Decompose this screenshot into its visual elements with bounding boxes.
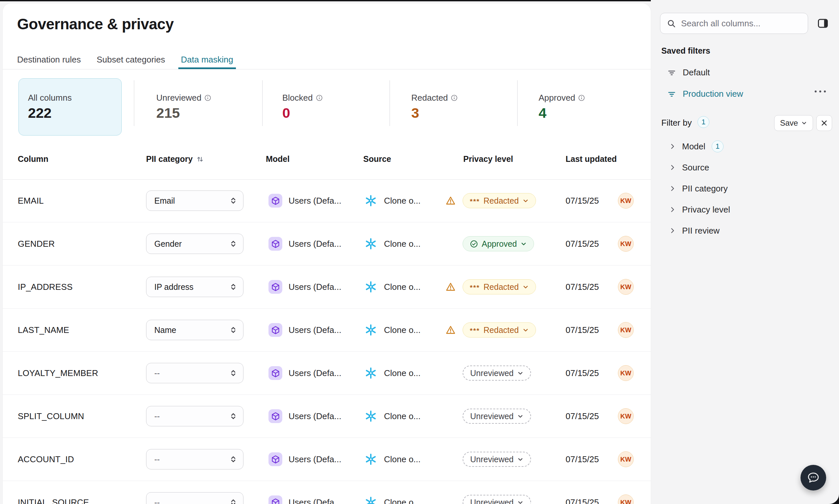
filter-group-pii-category[interactable]: PII category (669, 181, 728, 196)
snowflake-icon (364, 194, 377, 207)
filter-group-source[interactable]: Source (669, 160, 709, 175)
snowflake-icon (364, 410, 377, 422)
search-input[interactable] (680, 18, 801, 29)
table-body: EMAIL Email Users (Defa... Clone o... **… (3, 179, 651, 504)
model-cell: Users (Defa... (268, 280, 341, 294)
chat-support-button[interactable] (801, 465, 826, 490)
source-cell: Clone o... (364, 324, 421, 336)
search-box[interactable] (660, 13, 808, 34)
source-cell: Clone o... (364, 194, 421, 207)
model-cell: Users (Defa... (268, 237, 341, 251)
column-name: SPLIT_COLUMN (18, 411, 84, 421)
search-icon (667, 19, 676, 28)
avatar: KW (618, 408, 634, 424)
stat-value: 3 (411, 105, 419, 121)
privacy-level-pill[interactable]: ***Redacted (463, 279, 536, 294)
chevron-down-icon (801, 120, 807, 126)
select-updown-icon (229, 499, 237, 504)
table-row: LOYALTY_MEMBER -- Users (Defa... Clone o… (3, 352, 651, 395)
sort-icon[interactable] (196, 155, 204, 163)
stat-label: All columns (28, 93, 72, 103)
column-header-pii-category[interactable]: PII category (146, 154, 204, 164)
privacy-level-pill[interactable]: ***Redacted (463, 193, 536, 208)
tab-data-masking[interactable]: Data masking (181, 51, 233, 69)
chevron-right-icon (669, 206, 676, 213)
snowflake-icon (364, 367, 377, 379)
last-updated: 07/15/25 (566, 239, 599, 249)
model-icon (268, 280, 282, 294)
pii-category-select[interactable]: Name (146, 320, 244, 340)
stat-label: Blocked (282, 93, 313, 103)
avatar: KW (618, 451, 634, 467)
main-content-card: Governance & privacy Destination rules S… (3, 3, 651, 504)
avatar: KW (618, 494, 634, 504)
stat-label: Approved (539, 93, 575, 103)
filter-group-pii-review[interactable]: PII review (669, 223, 719, 238)
model-icon (268, 237, 282, 251)
pii-category-select[interactable]: Email (146, 191, 244, 211)
table-row: SPLIT_COLUMN -- Users (Defa... Clone o..… (3, 395, 651, 438)
model-icon (268, 194, 282, 208)
select-updown-icon (229, 369, 237, 377)
pii-category-select[interactable]: Gender (146, 234, 244, 254)
chevron-right-icon (669, 164, 676, 171)
collapse-panel-button[interactable] (816, 16, 830, 30)
filter-group-privacy-level[interactable]: Privacy level (669, 202, 730, 217)
chevron-down-icon (517, 499, 523, 504)
stat-value: 4 (539, 105, 547, 121)
privacy-level-pill[interactable]: Unreviewed (463, 409, 531, 424)
privacy-level-pill[interactable]: Unreviewed (463, 365, 531, 381)
tab-subset-categories[interactable]: Subset categories (97, 51, 165, 69)
select-updown-icon (229, 197, 237, 205)
stat-value: 0 (282, 105, 290, 121)
source-cell: Clone o... (364, 281, 421, 293)
pii-category-select[interactable]: IP address (146, 277, 244, 297)
model-icon (268, 366, 282, 380)
window-top-edge (0, 0, 651, 1)
chevron-right-icon (669, 143, 676, 150)
last-updated: 07/15/25 (566, 282, 599, 292)
saved-filter-production-view[interactable]: Production view (667, 86, 743, 101)
snowflake-icon (364, 324, 377, 336)
info-icon (578, 94, 585, 101)
filter-group-model[interactable]: Model 1 (669, 139, 724, 154)
stat-divider (517, 80, 518, 126)
info-icon (316, 94, 323, 101)
source-cell: Clone o... (364, 237, 421, 250)
snowflake-icon (364, 496, 377, 504)
pii-category-select[interactable]: -- (146, 492, 244, 504)
column-header-last-updated: Last updated (566, 154, 617, 164)
last-updated: 07/15/25 (566, 196, 599, 206)
more-options-icon[interactable] (815, 90, 826, 92)
save-button[interactable]: Save (774, 115, 813, 131)
info-icon (204, 94, 211, 101)
pii-category-select[interactable]: -- (146, 406, 244, 426)
pii-category-select[interactable]: -- (146, 363, 244, 383)
chat-bubble-icon (806, 471, 820, 485)
privacy-level-pill[interactable]: Unreviewed (463, 495, 531, 504)
avatar: KW (618, 279, 634, 295)
model-icon (268, 409, 282, 423)
privacy-level-pill[interactable]: ***Redacted (463, 322, 536, 338)
stat-value: 222 (28, 105, 52, 121)
table-row: GENDER Gender Users (Defa... Clone o... … (3, 222, 651, 266)
snowflake-icon (364, 281, 377, 293)
source-cell: Clone o... (364, 453, 421, 466)
tab-destination-rules[interactable]: Destination rules (17, 51, 81, 69)
source-cell: Clone o... (364, 367, 421, 379)
model-cell: Users (Defa... (268, 496, 341, 504)
close-filters-button[interactable] (816, 115, 832, 131)
stat-value: 215 (156, 105, 180, 121)
source-cell: Clone o... (364, 496, 421, 504)
select-updown-icon (229, 283, 237, 291)
stat-divider (262, 80, 263, 126)
avatar: KW (618, 365, 634, 381)
privacy-level-pill[interactable]: Unreviewed (463, 452, 531, 467)
source-cell: Clone o... (364, 410, 421, 422)
saved-filter-default[interactable]: Default (667, 65, 710, 80)
privacy-level-pill[interactable]: Approved (463, 236, 534, 251)
chevron-right-icon (669, 227, 676, 234)
pii-category-select[interactable]: -- (146, 449, 244, 469)
stats-band: All columns 222 Unreviewed 215 Blocked 0… (3, 69, 651, 134)
warning-icon (446, 282, 456, 292)
